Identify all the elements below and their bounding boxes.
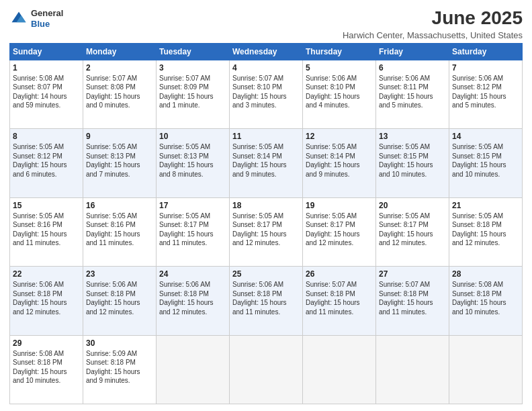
calendar-day-cell: 13Sunrise: 5:05 AMSunset: 8:15 PMDayligh… — [376, 129, 449, 197]
day-number: 13 — [379, 131, 446, 142]
col-header-thursday: Thursday — [303, 43, 376, 60]
month-title: June 2025 — [343, 8, 523, 29]
calendar-day-cell: 18Sunrise: 5:05 AMSunset: 8:17 PMDayligh… — [230, 197, 303, 266]
col-header-friday: Friday — [376, 43, 449, 60]
calendar-day-cell: 5Sunrise: 5:06 AMSunset: 8:10 PMDaylight… — [303, 60, 376, 128]
calendar-day-cell: 22Sunrise: 5:06 AMSunset: 8:18 PMDayligh… — [10, 267, 83, 335]
calendar-day-cell: 1Sunrise: 5:08 AMSunset: 8:07 PMDaylight… — [10, 60, 83, 128]
logo-blue-text: Blue — [31, 19, 63, 30]
day-number: 1 — [13, 62, 80, 73]
calendar-day-cell: 25Sunrise: 5:06 AMSunset: 8:18 PMDayligh… — [230, 267, 303, 335]
title-area: June 2025 Harwich Center, Massachusetts,… — [343, 8, 523, 40]
calendar-week-row: 15Sunrise: 5:05 AMSunset: 8:16 PMDayligh… — [10, 197, 523, 266]
day-number: 23 — [86, 269, 153, 279]
logo-text: General Blue — [31, 8, 63, 29]
day-number: 3 — [159, 62, 226, 73]
calendar-day-cell: 30Sunrise: 5:09 AMSunset: 8:18 PMDayligh… — [83, 335, 157, 404]
calendar-day-cell: 17Sunrise: 5:05 AMSunset: 8:17 PMDayligh… — [157, 197, 230, 266]
day-number: 17 — [159, 200, 226, 211]
header: General Blue June 2025 Harwich Center, M… — [9, 8, 523, 40]
day-number: 27 — [379, 269, 446, 279]
calendar-day-cell: 15Sunrise: 5:05 AMSunset: 8:16 PMDayligh… — [10, 197, 83, 266]
day-number: 24 — [159, 269, 226, 279]
calendar-day-cell: 19Sunrise: 5:05 AMSunset: 8:17 PMDayligh… — [303, 197, 376, 266]
logo: General Blue — [9, 8, 63, 29]
calendar-day-cell: 16Sunrise: 5:05 AMSunset: 8:16 PMDayligh… — [83, 197, 157, 266]
calendar-day-cell: 23Sunrise: 5:06 AMSunset: 8:18 PMDayligh… — [83, 267, 157, 335]
logo-general-text: General — [31, 8, 63, 19]
calendar-week-row: 22Sunrise: 5:06 AMSunset: 8:18 PMDayligh… — [10, 267, 523, 335]
calendar-day-cell: 26Sunrise: 5:07 AMSunset: 8:18 PMDayligh… — [303, 267, 376, 335]
calendar-day-cell — [230, 335, 303, 404]
calendar-day-cell: 21Sunrise: 5:05 AMSunset: 8:18 PMDayligh… — [449, 197, 523, 266]
calendar-day-cell: 8Sunrise: 5:05 AMSunset: 8:12 PMDaylight… — [10, 129, 83, 197]
day-number: 18 — [232, 200, 300, 211]
day-number: 26 — [306, 269, 373, 279]
calendar-day-cell: 29Sunrise: 5:08 AMSunset: 8:18 PMDayligh… — [10, 335, 83, 404]
calendar-day-cell: 27Sunrise: 5:07 AMSunset: 8:18 PMDayligh… — [376, 267, 449, 335]
day-number: 11 — [232, 131, 300, 142]
col-header-tuesday: Tuesday — [157, 43, 230, 60]
calendar-week-row: 8Sunrise: 5:05 AMSunset: 8:12 PMDaylight… — [10, 129, 523, 197]
page: General Blue June 2025 Harwich Center, M… — [0, 0, 532, 411]
day-number: 25 — [232, 269, 300, 279]
calendar-week-row: 29Sunrise: 5:08 AMSunset: 8:18 PMDayligh… — [10, 335, 523, 404]
col-header-wednesday: Wednesday — [230, 43, 303, 60]
calendar-day-cell: 11Sunrise: 5:05 AMSunset: 8:14 PMDayligh… — [230, 129, 303, 197]
calendar-day-cell — [376, 335, 449, 404]
day-number: 14 — [452, 131, 519, 142]
calendar-day-cell: 20Sunrise: 5:05 AMSunset: 8:17 PMDayligh… — [376, 197, 449, 266]
day-number: 5 — [306, 62, 373, 73]
day-number: 29 — [13, 338, 80, 349]
calendar-day-cell: 24Sunrise: 5:06 AMSunset: 8:18 PMDayligh… — [157, 267, 230, 335]
col-header-monday: Monday — [83, 43, 157, 60]
calendar-day-cell: 9Sunrise: 5:05 AMSunset: 8:13 PMDaylight… — [83, 129, 157, 197]
location-title: Harwich Center, Massachusetts, United St… — [343, 30, 523, 40]
calendar-day-cell: 7Sunrise: 5:06 AMSunset: 8:12 PMDaylight… — [449, 60, 523, 128]
day-number: 20 — [379, 200, 446, 211]
day-number: 8 — [13, 131, 80, 142]
day-number: 10 — [159, 131, 226, 142]
calendar-day-cell — [157, 335, 230, 404]
col-header-sunday: Sunday — [10, 43, 83, 60]
day-number: 28 — [452, 269, 519, 279]
calendar-day-cell — [303, 335, 376, 404]
day-number: 30 — [86, 338, 153, 349]
calendar-table: SundayMondayTuesdayWednesdayThursdayFrid… — [9, 43, 523, 404]
day-number: 19 — [306, 200, 373, 211]
calendar-day-cell: 3Sunrise: 5:07 AMSunset: 8:09 PMDaylight… — [157, 60, 230, 128]
logo-icon — [9, 9, 28, 28]
calendar-day-cell: 14Sunrise: 5:05 AMSunset: 8:15 PMDayligh… — [449, 129, 523, 197]
day-number: 12 — [306, 131, 373, 142]
day-number: 6 — [379, 62, 446, 73]
col-header-saturday: Saturday — [449, 43, 523, 60]
calendar-day-cell: 28Sunrise: 5:08 AMSunset: 8:18 PMDayligh… — [449, 267, 523, 335]
day-number: 22 — [13, 269, 80, 279]
day-number: 16 — [86, 200, 153, 211]
day-number: 4 — [232, 62, 300, 73]
calendar-day-cell — [449, 335, 523, 404]
day-number: 9 — [86, 131, 153, 142]
day-number: 15 — [13, 200, 80, 211]
calendar-day-cell: 10Sunrise: 5:05 AMSunset: 8:13 PMDayligh… — [157, 129, 230, 197]
calendar-day-cell: 6Sunrise: 5:06 AMSunset: 8:11 PMDaylight… — [376, 60, 449, 128]
day-number: 2 — [86, 62, 153, 73]
day-number: 7 — [452, 62, 519, 73]
calendar-header-row: SundayMondayTuesdayWednesdayThursdayFrid… — [10, 43, 523, 60]
day-number: 21 — [452, 200, 519, 211]
calendar-day-cell: 2Sunrise: 5:07 AMSunset: 8:08 PMDaylight… — [83, 60, 157, 128]
calendar-week-row: 1Sunrise: 5:08 AMSunset: 8:07 PMDaylight… — [10, 60, 523, 128]
calendar-day-cell: 4Sunrise: 5:07 AMSunset: 8:10 PMDaylight… — [230, 60, 303, 128]
calendar-day-cell: 12Sunrise: 5:05 AMSunset: 8:14 PMDayligh… — [303, 129, 376, 197]
